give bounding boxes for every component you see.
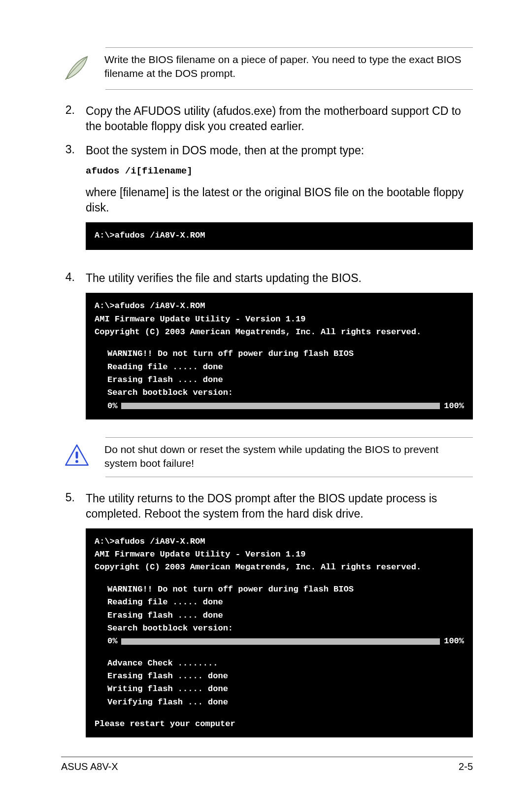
footer-left: ASUS A8V-X — [61, 761, 118, 772]
warning-callout: Do not shut down or reset the system whi… — [105, 437, 473, 477]
terminal-line: AMI Firmware Update Utility - Version 1.… — [95, 313, 464, 326]
step-number: 2. — [61, 104, 75, 134]
terminal-block-1: A:\>afudos /iA8V-X.ROM — [86, 222, 473, 250]
terminal-line: Reading file ..... done — [95, 361, 464, 374]
terminal-line: AMI Firmware Update Utility - Version 1.… — [95, 548, 464, 561]
step-text: Copy the AFUDOS utility (afudos.exe) fro… — [86, 104, 473, 134]
step-3: 3. Boot the system in DOS mode, then at … — [61, 143, 473, 262]
terminal-line: Copyright (C) 2003 American Megatrends, … — [95, 326, 464, 339]
svg-rect-0 — [76, 452, 78, 459]
step-number: 4. — [61, 271, 75, 431]
step-text: The utility returns to the DOS prompt af… — [86, 491, 473, 522]
command-text: afudos /i[filename] — [86, 165, 473, 178]
progress-start: 0% — [107, 635, 117, 648]
terminal-line: A:\>afudos /iA8V-X.ROM — [95, 300, 464, 313]
step-body: The utility verifies the file and starts… — [86, 271, 473, 431]
feather-icon — [61, 53, 93, 83]
terminal-line: A:\>afudos /iA8V-X.ROM — [95, 229, 464, 242]
step-text: The utility verifies the file and starts… — [86, 271, 473, 286]
footer-right: 2-5 — [459, 761, 473, 772]
warning-icon — [61, 443, 93, 468]
terminal-line: WARNING!! Do not turn off power during f… — [95, 583, 464, 596]
step-number: 5. — [61, 491, 75, 750]
terminal-line: Search bootblock version: — [95, 622, 464, 635]
progress-start: 0% — [107, 400, 117, 413]
terminal-line: Advance Check ........ — [95, 657, 464, 670]
svg-point-1 — [75, 460, 78, 463]
terminal-line: Search bootblock version: — [95, 386, 464, 399]
step-body: The utility returns to the DOS prompt af… — [86, 491, 473, 750]
terminal-line: Please restart your computer — [95, 718, 464, 731]
step-body: Boot the system in DOS mode, then at the… — [86, 143, 473, 262]
note-text: Write the BIOS filename on a piece of pa… — [104, 53, 473, 81]
terminal-line: Erasing flash ..... done — [95, 670, 464, 683]
progress-bar — [121, 638, 440, 645]
terminal-line: Reading file ..... done — [95, 596, 464, 609]
terminal-line: Verifying flash ... done — [95, 696, 464, 709]
terminal-line: Copyright (C) 2003 American Megatrends, … — [95, 561, 464, 574]
step-4: 4. The utility verifies the file and sta… — [61, 271, 473, 431]
note-callout: Write the BIOS filename on a piece of pa… — [105, 47, 473, 90]
progress-end: 100% — [444, 400, 464, 413]
terminal-block-2: A:\>afudos /iA8V-X.ROM AMI Firmware Upda… — [86, 293, 473, 419]
page: Write the BIOS filename on a piece of pa… — [0, 0, 532, 802]
terminal-line: WARNING!! Do not turn off power during f… — [95, 348, 464, 360]
step-after-text: where [filename] is the latest or the or… — [86, 185, 473, 215]
terminal-line: Erasing flash .... done — [95, 609, 464, 622]
page-footer: ASUS A8V-X 2-5 — [61, 757, 473, 772]
step-2: 2. Copy the AFUDOS utility (afudos.exe) … — [61, 104, 473, 134]
progress-end: 100% — [444, 635, 464, 648]
terminal-line: Erasing flash .... done — [95, 374, 464, 386]
terminal-block-3: A:\>afudos /iA8V-X.ROM AMI Firmware Upda… — [86, 528, 473, 737]
step-5: 5. The utility returns to the DOS prompt… — [61, 491, 473, 750]
step-text: Boot the system in DOS mode, then at the… — [86, 143, 473, 158]
progress-bar — [121, 403, 440, 409]
warning-text: Do not shut down or reset the system whi… — [104, 443, 473, 471]
terminal-line: Writing flash ..... done — [95, 683, 464, 696]
step-number: 3. — [61, 143, 75, 262]
progress-row: 0% 100% — [95, 635, 464, 648]
terminal-line: A:\>afudos /iA8V-X.ROM — [95, 535, 464, 548]
progress-row: 0% 100% — [95, 400, 464, 413]
